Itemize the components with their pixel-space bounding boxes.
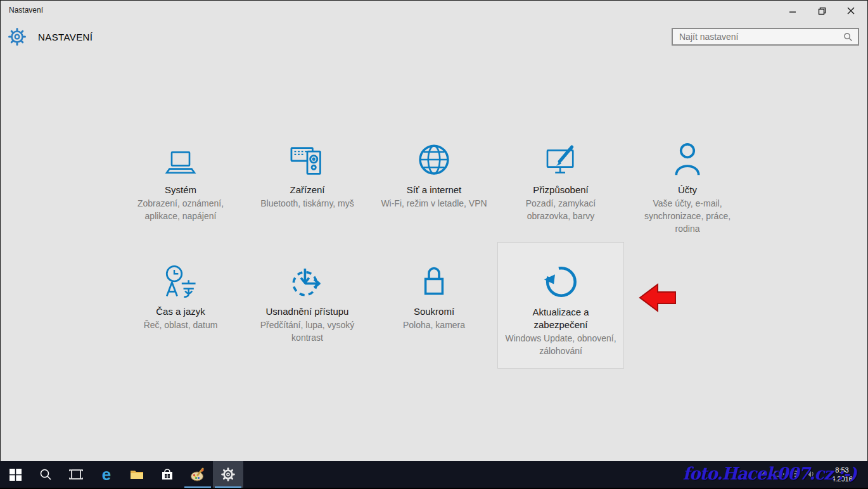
edge-logo-glyph: e (102, 466, 111, 483)
tile-privacy[interactable]: Soukromí Poloha, kamera (371, 242, 497, 369)
tile-title: Účty (678, 184, 697, 196)
task-view-icon (68, 469, 84, 480)
taskbar: e (0, 461, 868, 489)
devices-icon (290, 141, 325, 177)
page-title: NASTAVENÍ (38, 32, 93, 42)
time-language-icon (162, 262, 199, 299)
task-view-button[interactable] (61, 461, 91, 488)
close-icon (847, 7, 855, 15)
tile-title: Přizpůsobení (533, 184, 589, 196)
personalization-icon (543, 141, 578, 177)
gear-icon (221, 467, 235, 481)
paint-palette-icon (190, 467, 205, 481)
search-icon (39, 468, 52, 481)
battery-icon[interactable] (774, 470, 784, 478)
search-box[interactable] (672, 28, 859, 46)
start-button[interactable] (0, 461, 30, 488)
tile-time-language[interactable]: Čas a jazyk Řeč, oblast, datum (117, 242, 244, 369)
system-tray: 8:53 4.2016 (760, 460, 868, 488)
hidden-icons-chevron[interactable] (760, 470, 768, 478)
globe-icon (416, 141, 452, 177)
search-icon[interactable] (843, 32, 853, 42)
edge-icon[interactable]: e (91, 461, 122, 488)
restore-button[interactable] (807, 1, 836, 20)
tile-subtitle: Řeč, oblast, datum (144, 319, 218, 331)
tile-subtitle: Vaše účty, e-mail, synchronizace, práce,… (632, 197, 743, 235)
volume-icon[interactable] (806, 470, 815, 478)
windows-logo-icon (10, 469, 22, 481)
tile-accounts[interactable]: Účty Vaše účty, e-mail, synchronizace, p… (624, 130, 751, 235)
tile-subtitle: Wi-Fi, režim v letadle, VPN (381, 197, 487, 210)
minimize-button[interactable] (778, 1, 807, 20)
tile-subtitle: Windows Update, obnovení, zálohování (505, 332, 616, 357)
title-bar: Nastavení (0, 0, 868, 22)
tile-title: Síť a internet (407, 184, 462, 196)
tray-date: 4.2016 (822, 474, 862, 483)
tile-subtitle: Zobrazení, oznámení, aplikace, napájení (125, 197, 236, 222)
file-explorer-icon[interactable] (122, 461, 152, 488)
tile-title: Zařízení (290, 184, 324, 196)
tile-subtitle: Předčítání, lupa, vysoký kontrast (252, 319, 363, 344)
tile-network[interactable]: Síť a internet Wi-Fi, režim v letadle, V… (371, 130, 497, 235)
paint-icon[interactable] (182, 461, 213, 488)
privacy-icon (418, 262, 450, 299)
laptop-icon (163, 141, 198, 177)
update-security-icon (542, 263, 579, 300)
tile-title: Aktualizace a zabezpečení (505, 306, 616, 331)
folder-icon (130, 469, 144, 480)
tile-subtitle: Poloha, kamera (403, 319, 465, 331)
ease-of-access-icon (289, 262, 326, 299)
tile-title: Soukromí (414, 305, 454, 318)
settings-icon[interactable] (213, 461, 243, 488)
tile-subtitle: Pozadí, zamykací obrazovka, barvy (505, 197, 616, 222)
tray-time: 8:53 (822, 466, 862, 474)
minimize-icon (789, 7, 796, 15)
tiles-row-1: Systém Zobrazení, oznámení, aplikace, na… (117, 130, 751, 235)
app-header: NASTAVENÍ (0, 25, 868, 51)
tile-update-security[interactable]: Aktualizace a zabezpečení Windows Update… (497, 242, 624, 369)
tile-title: Systém (165, 184, 196, 196)
window-title: Nastavení (9, 6, 43, 15)
close-button[interactable] (836, 1, 865, 20)
tile-devices[interactable]: Zařízení Bluetooth, tiskárny, myš (244, 130, 371, 235)
account-icon (671, 141, 704, 177)
tile-subtitle: Bluetooth, tiskárny, myš (260, 197, 354, 210)
search-button[interactable] (30, 461, 61, 488)
tile-system[interactable]: Systém Zobrazení, oznámení, aplikace, na… (117, 130, 244, 235)
tile-personalization[interactable]: Přizpůsobení Pozadí, zamykací obrazovka,… (497, 130, 624, 235)
settings-gear-icon (8, 28, 26, 46)
search-input[interactable] (673, 32, 843, 42)
red-arrow-annotation (639, 281, 678, 315)
tile-ease-of-access[interactable]: Usnadnění přístupu Předčítání, lupa, vys… (244, 242, 371, 369)
network-icon[interactable] (791, 470, 800, 478)
store-bag-icon (161, 468, 174, 481)
tile-title: Usnadnění přístupu (266, 305, 349, 318)
restore-icon (818, 7, 826, 15)
store-icon[interactable] (152, 461, 182, 488)
settings-window: Nastavení (0, 0, 868, 489)
tile-title: Čas a jazyk (156, 305, 205, 318)
clock[interactable]: 8:53 4.2016 (822, 466, 862, 483)
